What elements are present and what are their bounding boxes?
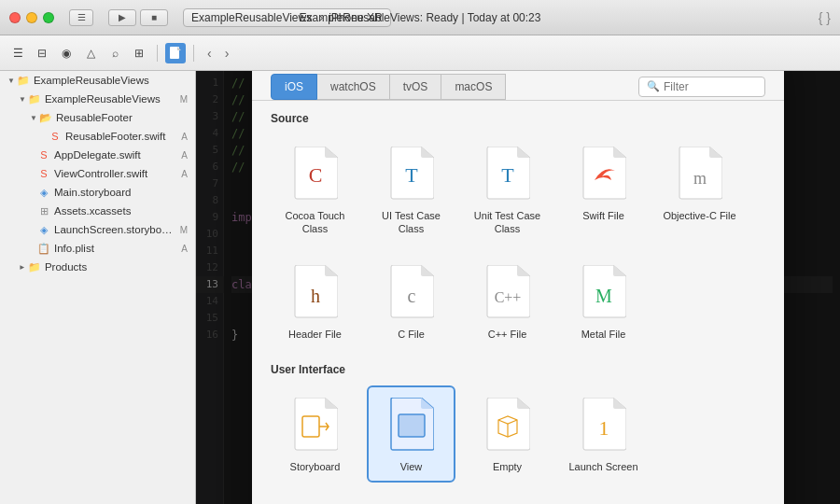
template-metal[interactable]: M Metal File <box>559 253 648 350</box>
debug-icon[interactable]: ⊟ <box>32 43 52 63</box>
traffic-lights <box>9 12 54 23</box>
cpp-file-icon: C++ <box>483 262 533 322</box>
storyboard-label: Storyboard <box>290 460 341 473</box>
stop-button[interactable]: ■ <box>140 9 168 26</box>
template-cpp-file[interactable]: C++ C++ File <box>463 253 552 350</box>
storyboard-template-icon <box>290 395 341 455</box>
template-empty[interactable]: Empty <box>463 385 552 483</box>
svg-text:T: T <box>501 163 514 187</box>
sidebar-infoplist-label: Info.plist <box>54 243 177 254</box>
template-swift[interactable]: Swift File <box>559 134 648 245</box>
svg-text:T: T <box>405 163 418 187</box>
swift-file-icon-3: S <box>37 168 50 179</box>
sidebar: ▼ 📁 ExampleReusableViews ▼ 📁 ExampleReus… <box>0 71 196 504</box>
file-icon-toolbar[interactable] <box>165 43 186 63</box>
breakpoints-icon[interactable]: ◉ <box>56 43 77 63</box>
storyboard-icon-2: ◈ <box>37 224 50 236</box>
c-file-icon: c <box>386 262 437 322</box>
view-template-icon <box>386 395 437 455</box>
sidebar-item-group[interactable]: ▼ 📁 ExampleReusableViews M <box>0 90 195 108</box>
ui-test-label: UI Test Case Class <box>374 209 448 236</box>
issues-icon[interactable]: △ <box>80 43 101 63</box>
separator-1 <box>157 45 158 62</box>
template-objc[interactable]: m Objective-C File <box>655 134 744 245</box>
swift-label: Swift File <box>582 209 624 222</box>
tab-watchos[interactable]: watchOS <box>316 74 390 100</box>
sidebar-infoplist-badge: A <box>181 244 188 254</box>
source-section-title: Source <box>271 112 765 125</box>
triangle-icon: ▼ <box>7 77 15 85</box>
template-launch-screen[interactable]: 1 Launch Screen <box>559 385 648 483</box>
plist-icon: 📋 <box>37 243 50 255</box>
nav-forward-button[interactable]: › <box>219 44 235 63</box>
empty-label: Empty <box>493 460 522 473</box>
objc-label: Objective-C File <box>663 209 735 222</box>
cocoa-touch-icon: C <box>290 144 341 203</box>
maximize-button[interactable] <box>43 12 54 23</box>
svg-text:1: 1 <box>598 416 609 440</box>
find-icon[interactable]: ⌕ <box>105 43 125 63</box>
svg-text:h: h <box>311 286 320 306</box>
folder-icon: 📂 <box>39 112 52 124</box>
metal-label: Metal File <box>581 328 626 341</box>
sidebar-folder-label: ReusableFooter <box>56 112 188 123</box>
minimize-button[interactable] <box>26 12 37 23</box>
sidebar-storyboard-label: Main.storyboard <box>54 187 184 198</box>
ui-test-icon: T <box>386 144 437 203</box>
svg-rect-10 <box>399 414 425 437</box>
swift-file-icon-2: S <box>37 149 50 161</box>
template-cocoa-touch[interactable]: C Cocoa Touch Class <box>271 134 359 245</box>
template-ui-test[interactable]: T UI Test Case Class <box>367 134 455 245</box>
sidebar-item-launchscreen[interactable]: ◈ LaunchScreen.storyboard M <box>0 220 195 239</box>
sidebar-toggle-button[interactable]: ☰ <box>69 9 93 26</box>
ui-template-grid: Storyboard <box>271 385 765 483</box>
nav-back-button[interactable]: ‹ <box>202 44 217 63</box>
filter-container: 🔍 <box>638 77 765 97</box>
sidebar-launchscreen-label: LaunchScreen.storyboard <box>54 224 176 235</box>
sidebar-footer-badge: A <box>181 132 188 142</box>
template-view[interactable]: View <box>367 385 455 483</box>
dialog-overlay: Choose a template for your new file: iOS… <box>196 71 840 504</box>
sidebar-item-folder-footer[interactable]: ▼ 📂 ReusableFooter <box>0 108 195 127</box>
new-file-dialog: Choose a template for your new file: iOS… <box>252 71 784 504</box>
sidebar-item-footer-swift[interactable]: S ReusableFooter.swift A <box>0 127 195 146</box>
sidebar-products-label: Products <box>45 261 188 273</box>
sidebar-assets-label: Assets.xcassets <box>54 205 184 217</box>
sidebar-item-appdelegate[interactable]: S AppDelegate.swift A <box>0 146 195 164</box>
sidebar-item-main-storyboard[interactable]: ◈ Main.storyboard <box>0 183 195 202</box>
metal-file-icon: M <box>579 262 629 322</box>
sidebar-item-products[interactable]: ▼ 📁 Products <box>0 258 195 276</box>
run-button[interactable]: ▶ <box>108 9 136 26</box>
template-header[interactable]: h Header File <box>271 253 359 350</box>
swift-file-icon: S <box>49 131 62 142</box>
tab-tvos[interactable]: tvOS <box>389 74 442 100</box>
source-template-grid: C Cocoa Touch Class T <box>271 134 765 350</box>
sidebar-item-project-root[interactable]: ▼ 📁 ExampleReusableViews <box>0 71 195 90</box>
svg-text:m: m <box>693 169 706 188</box>
navigator-icon[interactable]: ☰ <box>7 43 28 63</box>
sidebar-viewcontroller-label: ViewController.swift <box>54 168 177 179</box>
filter-input[interactable] <box>664 80 757 93</box>
sidebar-group-label: ExampleReusableViews <box>45 93 176 105</box>
sidebar-footer-label: ReusableFooter.swift <box>65 131 177 142</box>
tab-ios[interactable]: iOS <box>271 74 317 100</box>
close-button[interactable] <box>9 12 21 23</box>
sidebar-item-infoplist[interactable]: 📋 Info.plist A <box>0 239 195 258</box>
titlebar-right-icon: { } <box>819 10 831 25</box>
template-storyboard[interactable]: Storyboard <box>271 385 359 483</box>
triangle-icon-4: ▼ <box>18 263 26 271</box>
triangle-icon-2: ▼ <box>19 95 26 104</box>
tab-macos[interactable]: macOS <box>441 74 506 100</box>
sidebar-appdelegate-badge: A <box>181 150 188 161</box>
sidebar-item-viewcontroller[interactable]: S ViewController.swift A <box>0 164 195 183</box>
editor-area: 1 2 3 4 5 6 7 8 9 10 11 12 13 14 15 16 /… <box>196 71 840 504</box>
hierarchy-icon[interactable]: ⊞ <box>129 43 149 63</box>
project-icon: 📁 <box>17 75 30 87</box>
template-c-file[interactable]: c C File <box>367 253 455 350</box>
template-unit-test[interactable]: T Unit Test Case Class <box>463 134 552 245</box>
unit-test-label: Unit Test Case Class <box>470 209 544 236</box>
cocoa-touch-label: Cocoa Touch Class <box>278 209 352 236</box>
swift-file-icon-template <box>579 144 629 203</box>
sidebar-item-assets[interactable]: ⊞ Assets.xcassets <box>0 202 195 220</box>
sidebar-appdelegate-label: AppDelegate.swift <box>54 149 177 161</box>
